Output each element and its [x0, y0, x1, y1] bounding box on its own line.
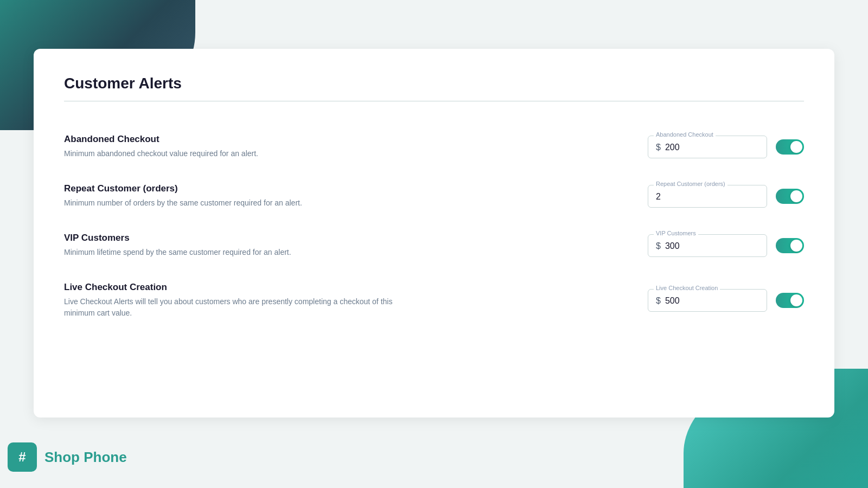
- alert-info-repeat-customer: Repeat Customer (orders) Minimum number …: [64, 183, 648, 209]
- brand-name: Shop Phone: [44, 449, 127, 466]
- toggle-slider-vip-customers: [776, 238, 804, 253]
- alert-title-abandoned-checkout: Abandoned Checkout: [64, 134, 648, 145]
- currency-symbol-live-checkout: $: [656, 296, 661, 306]
- input-vip-customers[interactable]: [665, 241, 759, 251]
- toggle-slider-abandoned-checkout: [776, 139, 804, 155]
- alert-title-live-checkout: Live Checkout Creation: [64, 282, 648, 293]
- fieldset-inner-repeat-customer: [656, 192, 759, 202]
- toggle-live-checkout[interactable]: [776, 293, 804, 308]
- fieldset-inner-vip-customers: $: [656, 241, 759, 251]
- toggle-knob-vip-customers: [790, 240, 802, 252]
- toggle-knob-abandoned-checkout: [790, 141, 802, 153]
- fieldset-abandoned-checkout: Abandoned Checkout $: [648, 136, 767, 158]
- toggle-abandoned-checkout[interactable]: [776, 139, 804, 155]
- fieldset-legend-live-checkout: Live Checkout Creation: [654, 285, 720, 291]
- alert-controls-live-checkout: Live Checkout Creation $: [648, 289, 804, 312]
- input-repeat-customer[interactable]: [656, 192, 759, 202]
- alert-description-vip-customers: Minimum lifetime spend by the same custo…: [64, 247, 400, 258]
- toggle-knob-live-checkout: [790, 294, 802, 306]
- input-abandoned-checkout[interactable]: [665, 143, 759, 152]
- alert-info-live-checkout: Live Checkout Creation Live Checkout Ale…: [64, 282, 648, 319]
- branding: # Shop Phone: [8, 442, 127, 472]
- alert-row-abandoned-checkout: Abandoned Checkout Minimum abandoned che…: [64, 121, 804, 172]
- page-title: Customer Alerts: [64, 75, 804, 92]
- toggle-vip-customers[interactable]: [776, 238, 804, 253]
- alert-description-repeat-customer: Minimum number of orders by the same cus…: [64, 197, 400, 209]
- fieldset-legend-abandoned-checkout: Abandoned Checkout: [654, 131, 716, 138]
- input-live-checkout[interactable]: [665, 296, 759, 306]
- alert-row-live-checkout: Live Checkout Creation Live Checkout Ale…: [64, 271, 804, 332]
- toggle-knob-repeat-customer: [790, 190, 802, 202]
- alerts-container: Abandoned Checkout Minimum abandoned che…: [64, 121, 804, 332]
- alert-controls-repeat-customer: Repeat Customer (orders): [648, 185, 804, 208]
- currency-symbol-abandoned-checkout: $: [656, 143, 661, 152]
- alert-description-live-checkout: Live Checkout Alerts will tell you about…: [64, 296, 400, 319]
- brand-icon-symbol: #: [18, 450, 25, 465]
- alert-info-vip-customers: VIP Customers Minimum lifetime spend by …: [64, 233, 648, 258]
- toggle-slider-repeat-customer: [776, 189, 804, 204]
- fieldset-inner-abandoned-checkout: $: [656, 143, 759, 152]
- alert-row-repeat-customer: Repeat Customer (orders) Minimum number …: [64, 172, 804, 222]
- fieldset-live-checkout: Live Checkout Creation $: [648, 289, 767, 312]
- fieldset-legend-vip-customers: VIP Customers: [654, 230, 698, 236]
- fieldset-repeat-customer: Repeat Customer (orders): [648, 185, 767, 208]
- brand-icon: #: [8, 442, 37, 472]
- fieldset-legend-repeat-customer: Repeat Customer (orders): [654, 181, 727, 187]
- currency-symbol-vip-customers: $: [656, 241, 661, 251]
- alert-title-repeat-customer: Repeat Customer (orders): [64, 183, 648, 194]
- alert-title-vip-customers: VIP Customers: [64, 233, 648, 243]
- alert-controls-vip-customers: VIP Customers $: [648, 234, 804, 257]
- toggle-repeat-customer[interactable]: [776, 189, 804, 204]
- fieldset-inner-live-checkout: $: [656, 296, 759, 306]
- alert-description-abandoned-checkout: Minimum abandoned checkout value require…: [64, 148, 400, 159]
- toggle-slider-live-checkout: [776, 293, 804, 308]
- title-divider: [64, 101, 804, 101]
- main-card: Customer Alerts Abandoned Checkout Minim…: [34, 49, 834, 418]
- alert-info-abandoned-checkout: Abandoned Checkout Minimum abandoned che…: [64, 134, 648, 159]
- alert-row-vip-customers: VIP Customers Minimum lifetime spend by …: [64, 222, 804, 271]
- alert-controls-abandoned-checkout: Abandoned Checkout $: [648, 136, 804, 158]
- fieldset-vip-customers: VIP Customers $: [648, 234, 767, 257]
